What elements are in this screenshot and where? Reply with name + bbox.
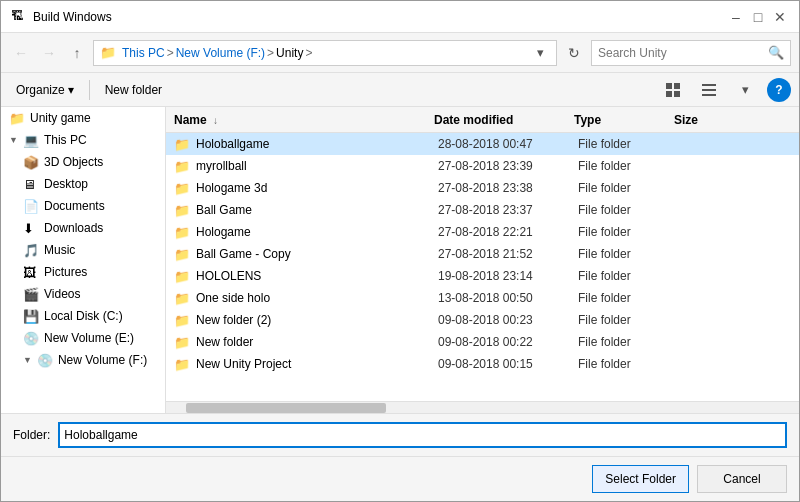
title-bar-left: 🏗 Build Windows (11, 9, 112, 25)
file-type: File folder (578, 269, 678, 283)
dialog-icon: 🏗 (11, 9, 27, 25)
organize-arrow: ▾ (68, 83, 74, 97)
file-row[interactable]: 📁 New folder 09-08-2018 00:22 File folde… (166, 331, 799, 353)
folder-input[interactable] (58, 422, 787, 448)
file-name: New folder (196, 335, 438, 349)
breadcrumb-sep-3: > (305, 46, 312, 60)
select-folder-button[interactable]: Select Folder (592, 465, 689, 493)
file-date: 09-08-2018 00:23 (438, 313, 578, 327)
breadcrumb-new-volume[interactable]: New Volume (F:) (176, 46, 265, 60)
svg-rect-3 (674, 91, 680, 97)
column-header-date[interactable]: Date modified (434, 113, 574, 127)
file-row[interactable]: 📁 Ball Game - Copy 27-08-2018 21:52 File… (166, 243, 799, 265)
file-row[interactable]: 📁 One side holo 13-08-2018 00:50 File fo… (166, 287, 799, 309)
breadcrumb-dropdown-button[interactable]: ▾ (530, 41, 550, 65)
view-dropdown-button[interactable]: ▾ (731, 78, 759, 102)
up-button[interactable]: ↑ (65, 41, 89, 65)
maximize-button[interactable]: □ (749, 8, 767, 26)
file-list-container: Name ↓ Date modified Type Size 📁 Holobal… (166, 107, 799, 413)
view-toggle-button[interactable] (659, 78, 687, 102)
folder-icon: 📁 (174, 137, 190, 152)
file-date: 27-08-2018 23:37 (438, 203, 578, 217)
organize-button[interactable]: Organize ▾ (9, 80, 81, 100)
sidebar-item-videos[interactable]: 🎬 Videos (1, 283, 165, 305)
refresh-button[interactable]: ↻ (561, 40, 587, 66)
folder-icon: 📁 (174, 225, 190, 240)
sidebar-item-desktop[interactable]: 🖥 Desktop (1, 173, 165, 195)
folder-input-row: Folder: (1, 413, 799, 456)
sidebar-item-local-disk-c[interactable]: 💾 Local Disk (C:) (1, 305, 165, 327)
sidebar-item-music[interactable]: 🎵 Music (1, 239, 165, 261)
svg-rect-6 (702, 94, 716, 96)
new-folder-label: New folder (105, 83, 162, 97)
sidebar-item-new-volume-f[interactable]: ▼ 💿 New Volume (F:) (1, 349, 165, 371)
action-row: Select Folder Cancel (1, 456, 799, 501)
view-details-button[interactable] (695, 78, 723, 102)
organize-label: Organize (16, 83, 65, 97)
new-folder-button[interactable]: New folder (98, 80, 169, 100)
toolbar: Organize ▾ New folder ▾ ? (1, 73, 799, 107)
svg-rect-5 (702, 89, 716, 91)
local-disk-c-icon: 💾 (23, 309, 39, 324)
column-header-name[interactable]: Name ↓ (174, 113, 434, 127)
breadcrumb-bar: 📁 This PC > New Volume (F:) > Unity > ▾ (93, 40, 557, 66)
file-row[interactable]: 📁 Holoballgame 28-08-2018 00:47 File fol… (166, 133, 799, 155)
nav-bar: ← → ↑ 📁 This PC > New Volume (F:) > Unit… (1, 33, 799, 73)
help-button[interactable]: ? (767, 78, 791, 102)
folder-icon: 📁 (174, 203, 190, 218)
forward-button[interactable]: → (37, 41, 61, 65)
sidebar-item-pictures[interactable]: 🖼 Pictures (1, 261, 165, 283)
folder-icon: 📁 (174, 291, 190, 306)
sidebar-item-unity-game[interactable]: 📁 Unity game (1, 107, 165, 129)
sidebar: 📁 Unity game ▼ 💻 This PC 📦 3D Objects 🖥 … (1, 107, 166, 413)
sidebar-item-downloads[interactable]: ⬇ Downloads (1, 217, 165, 239)
dialog-title: Build Windows (33, 10, 112, 24)
search-input[interactable] (598, 46, 768, 60)
column-header-type[interactable]: Type (574, 113, 674, 127)
file-name: One side holo (196, 291, 438, 305)
file-row[interactable]: 📁 New Unity Project 09-08-2018 00:15 Fil… (166, 353, 799, 375)
breadcrumb-folder-icon: 📁 (100, 45, 116, 60)
sidebar-item-this-pc[interactable]: ▼ 💻 This PC (1, 129, 165, 151)
sidebar-3d-objects-label: 3D Objects (44, 155, 157, 169)
music-icon: 🎵 (23, 243, 39, 258)
file-row[interactable]: 📁 New folder (2) 09-08-2018 00:23 File f… (166, 309, 799, 331)
file-row[interactable]: 📁 Ball Game 27-08-2018 23:37 File folder (166, 199, 799, 221)
file-list-header: Name ↓ Date modified Type Size (166, 107, 799, 133)
cancel-button[interactable]: Cancel (697, 465, 787, 493)
unity-game-icon: 📁 (9, 111, 25, 126)
toolbar-separator (89, 80, 90, 100)
file-row[interactable]: 📁 myrollball 27-08-2018 23:39 File folde… (166, 155, 799, 177)
close-button[interactable]: ✕ (771, 8, 789, 26)
file-type: File folder (578, 247, 678, 261)
sidebar-item-3d-objects[interactable]: 📦 3D Objects (1, 151, 165, 173)
file-row[interactable]: 📁 Hologame 27-08-2018 22:21 File folder (166, 221, 799, 243)
build-windows-dialog: 🏗 Build Windows – □ ✕ ← → ↑ 📁 This PC > … (0, 0, 800, 502)
breadcrumb-this-pc[interactable]: This PC (122, 46, 165, 60)
file-type: File folder (578, 335, 678, 349)
file-row[interactable]: 📁 HOLOLENS 19-08-2018 23:14 File folder (166, 265, 799, 287)
this-pc-expand-icon: ▼ (9, 135, 18, 145)
folder-icon: 📁 (174, 335, 190, 350)
file-row[interactable]: 📁 Hologame 3d 27-08-2018 23:38 File fold… (166, 177, 799, 199)
file-date: 09-08-2018 00:22 (438, 335, 578, 349)
videos-icon: 🎬 (23, 287, 39, 302)
search-icon: 🔍 (768, 45, 784, 60)
name-sort-arrow: ↓ (213, 115, 218, 126)
column-header-size[interactable]: Size (674, 113, 754, 127)
folder-icon: 📁 (174, 269, 190, 284)
horizontal-scrollbar[interactable] (166, 401, 799, 413)
file-date: 19-08-2018 23:14 (438, 269, 578, 283)
desktop-icon: 🖥 (23, 177, 39, 192)
main-content: 📁 Unity game ▼ 💻 This PC 📦 3D Objects 🖥 … (1, 107, 799, 413)
sidebar-item-new-volume-e[interactable]: 💿 New Volume (E:) (1, 327, 165, 349)
back-button[interactable]: ← (9, 41, 33, 65)
file-type: File folder (578, 291, 678, 305)
sidebar-item-documents[interactable]: 📄 Documents (1, 195, 165, 217)
new-volume-f-icon: 💿 (37, 353, 53, 368)
file-date: 28-08-2018 00:47 (438, 137, 578, 151)
sidebar-documents-label: Documents (44, 199, 157, 213)
folder-label: Folder: (13, 428, 50, 442)
folder-icon: 📁 (174, 247, 190, 262)
minimize-button[interactable]: – (727, 8, 745, 26)
